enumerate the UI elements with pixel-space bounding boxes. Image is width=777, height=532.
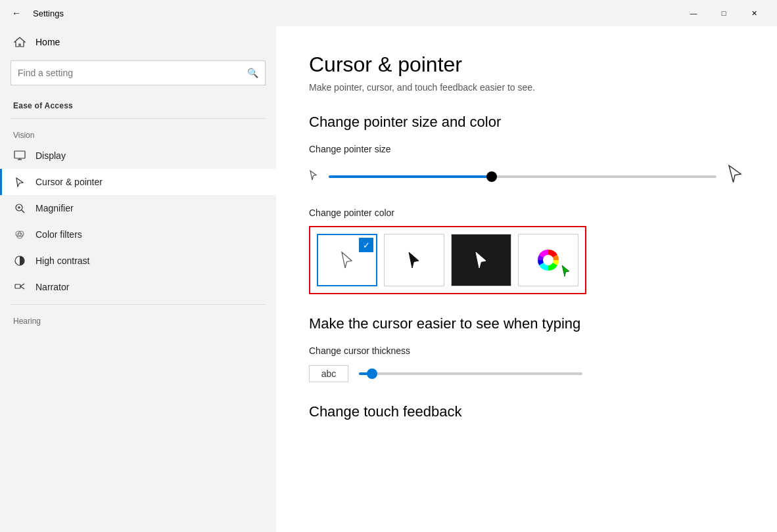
black-cursor-svg [407,251,421,269]
color-option-custom[interactable] [518,234,578,286]
title-bar: ← Settings — □ ✕ [0,0,777,26]
section1-title: Change pointer size and color [309,114,744,131]
search-icon: 🔍 [247,68,258,78]
pointer-color-label: Change pointer color [309,208,744,218]
search-box[interactable]: 🔍 [11,60,266,85]
magnifier-label: Magnifier [35,203,74,213]
svg-rect-0 [14,151,25,158]
title-bar-left: ← Settings [8,5,64,21]
sidebar-item-display[interactable]: Display [0,143,276,169]
window: ← Settings — □ ✕ Home 🔍 [0,0,777,532]
narrator-label: Narrator [35,282,69,292]
pointer-size-slider-row [309,164,744,189]
page-title: Cursor & pointer [309,53,744,77]
page-subtitle: Make pointer, cursor, and touch feedback… [309,82,744,93]
sidebar: Home 🔍 Ease of Access Vision [0,26,276,532]
abc-preview: abc [309,365,348,382]
window-title: Settings [33,9,64,18]
home-label: Home [35,37,60,47]
color-option-black[interactable] [384,234,444,286]
color-filters-label: Color filters [35,229,82,240]
close-button[interactable]: ✕ [739,0,769,26]
high-contrast-label: High contrast [35,255,89,266]
pointer-large-cursor-icon [727,164,744,189]
cursor-icon [13,175,26,188]
minimize-button[interactable]: — [678,0,709,26]
color-option-white[interactable]: ✓ [317,234,377,286]
main-content: Cursor & pointer Make pointer, cursor, a… [276,26,777,532]
pointer-size-fill [329,175,492,178]
sidebar-item-high-contrast[interactable]: High contrast [0,248,276,274]
svg-line-4 [22,210,24,213]
white-cursor-svg [340,251,354,269]
svg-rect-11 [15,284,20,288]
title-bar-controls: — □ ✕ [678,0,769,26]
color-wheel-svg [536,248,560,272]
category-hearing-label: Hearing [0,309,276,328]
sidebar-item-magnifier[interactable]: Magnifier [0,195,276,221]
maximize-button[interactable]: □ [709,0,739,26]
svg-point-14 [543,255,553,265]
sidebar-item-home[interactable]: Home [0,26,276,58]
home-icon [13,35,26,49]
pointer-size-track[interactable] [329,175,717,178]
pointer-size-thumb[interactable] [486,171,497,182]
color-filters-icon [13,228,26,241]
search-input[interactable] [18,68,242,78]
sidebar-item-cursor[interactable]: Cursor & pointer [0,169,276,195]
cursor-thickness-row: abc [309,365,744,382]
high-contrast-icon [13,254,26,267]
svg-line-13 [20,286,24,289]
inverted-cursor-svg [474,251,488,269]
magnifier-icon [13,202,26,215]
pointer-small-cursor-icon [309,169,318,183]
narrator-icon [13,280,26,294]
pointer-color-options: ✓ [309,226,586,294]
sidebar-item-color-filters[interactable]: Color filters [0,221,276,248]
cursor-thickness-label: Change cursor thickness [309,345,744,356]
back-button[interactable]: ← [8,5,25,21]
thickness-track[interactable] [359,372,582,375]
sidebar-divider [11,118,266,119]
cursor-label: Cursor & pointer [35,177,103,187]
section3-title: Change touch feedback [309,403,744,420]
display-label: Display [35,150,66,161]
sidebar-item-narrator[interactable]: Narrator [0,274,276,300]
custom-cursor-arrow [561,265,571,278]
pointer-size-label: Change pointer size [309,144,744,154]
white-selected-check: ✓ [359,238,373,252]
sidebar-divider-2 [11,304,266,305]
category-vision-label: Vision [0,123,276,143]
section2-title: Make the cursor easier to see when typin… [309,315,744,332]
svg-line-12 [20,284,24,286]
display-icon [13,149,26,162]
section-label: Ease of Access [0,96,276,114]
thickness-thumb[interactable] [367,368,377,379]
color-option-inverted[interactable] [451,234,511,286]
content-area: Home 🔍 Ease of Access Vision [0,26,777,532]
